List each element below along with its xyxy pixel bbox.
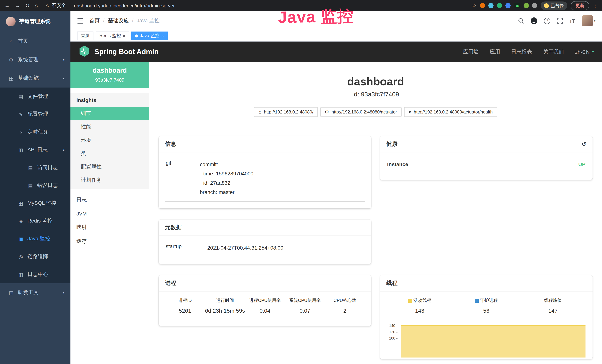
sba-nav-about[interactable]: 关于我们 bbox=[543, 48, 564, 55]
github-icon[interactable] bbox=[531, 17, 537, 24]
breadcrumb-infrastructure[interactable]: 基础设施 bbox=[108, 17, 137, 24]
extension-icon-1[interactable] bbox=[480, 3, 485, 8]
live-threads-area bbox=[401, 325, 585, 357]
daemon-threads-legend-icon bbox=[475, 299, 479, 302]
sba-nav-applications[interactable]: 应用 bbox=[490, 48, 500, 55]
config-icon: ✎ bbox=[18, 111, 24, 117]
sidebar-item-access-logs[interactable]: ▤ 访问日志 bbox=[0, 159, 70, 177]
reload-icon[interactable]: ↻ bbox=[25, 3, 30, 9]
address-bar[interactable]: ⚠ 不安全 | dashboard.yudao.iocoder.cn/infra… bbox=[45, 2, 467, 9]
sidebar-item-log-center[interactable]: ▥ 日志中心 bbox=[0, 266, 70, 283]
trace-icon: ◎ bbox=[18, 254, 24, 259]
git-branch-line: branch: master bbox=[200, 188, 364, 197]
health-url-link[interactable]: ♥ http://192.168.0.2:48080/actuator/heal… bbox=[404, 107, 497, 117]
extension-icon-4[interactable] bbox=[505, 3, 511, 8]
extension-icon-5[interactable] bbox=[524, 3, 529, 8]
chevron-down-icon: ▾ bbox=[63, 58, 64, 62]
sba-item-jvm[interactable]: JVM bbox=[70, 207, 149, 220]
health-card-header: 健康 ↺ bbox=[380, 136, 592, 152]
font-size-icon[interactable]: тT bbox=[570, 18, 575, 24]
health-key: Instance bbox=[387, 161, 408, 167]
health-instance-row[interactable]: Instance UP bbox=[386, 158, 586, 173]
hamburger-icon[interactable] bbox=[77, 18, 83, 23]
instance-header[interactable]: dashboard 93a3fc7f7409 bbox=[70, 62, 149, 88]
sba-item-config-props[interactable]: 配置属性 bbox=[70, 160, 149, 173]
sidebar-item-java-monitor[interactable]: ▣ Java 监控 bbox=[0, 230, 70, 248]
back-icon[interactable]: ← bbox=[4, 3, 10, 9]
sidebar-item-config-management[interactable]: ✎ 配置管理 bbox=[0, 105, 70, 123]
metadata-card: 元数据 startup 2021-04-27T00:44:31.254+08:0… bbox=[159, 220, 371, 264]
extension-icon-2[interactable] bbox=[488, 3, 494, 8]
sba-item-caches[interactable]: 缓存 bbox=[70, 234, 149, 248]
service-url-link[interactable]: ⌂ http://192.168.0.2:48080/ bbox=[254, 107, 318, 117]
sba-item-classes[interactable]: 类 bbox=[70, 147, 149, 160]
breadcrumb-home[interactable]: 首页 bbox=[89, 17, 108, 24]
sidebar-item-system-management[interactable]: ⚙ 系统管理 ▾ bbox=[0, 50, 70, 69]
locale-selector[interactable]: zh-CN ▾ bbox=[575, 49, 594, 55]
search-icon[interactable] bbox=[518, 18, 524, 24]
mysql-icon: ▦ bbox=[18, 201, 24, 206]
close-icon[interactable]: × bbox=[161, 33, 164, 38]
browser-menu-icon[interactable]: ⋮ bbox=[592, 3, 598, 9]
forward-icon[interactable]: → bbox=[15, 3, 20, 9]
close-icon[interactable]: × bbox=[123, 33, 125, 38]
sidebar-item-redis-monitor[interactable]: ◈ Redis 监控 bbox=[0, 212, 70, 230]
tab-java-monitor[interactable]: Java 监控 × bbox=[131, 32, 167, 40]
fullscreen-icon[interactable] bbox=[557, 18, 563, 24]
sba-item-scheduled-tasks[interactable]: 计划任务 bbox=[70, 173, 149, 187]
user-avatar[interactable]: ▾ bbox=[582, 15, 595, 26]
actuator-url-link[interactable]: ⚙ http://192.168.0.2:48080/actuator bbox=[320, 107, 401, 117]
sba-item-mappings[interactable]: 映射 bbox=[70, 220, 149, 234]
history-icon[interactable]: ↺ bbox=[582, 141, 586, 147]
help-icon[interactable]: ? bbox=[544, 18, 550, 24]
sidebar-item-api-logs[interactable]: ▥ API 日志 ▴ bbox=[0, 141, 70, 159]
sba-item-details[interactable]: 细节 bbox=[70, 107, 149, 120]
extension-icon-3[interactable] bbox=[497, 3, 502, 8]
sba-nav-links: 应用墙 应用 日志报表 关于我们 zh-CN ▾ bbox=[463, 48, 594, 55]
paused-badge[interactable]: 已暂停 bbox=[541, 1, 567, 10]
threads-card-body: 活动线程 143 守护进程 bbox=[380, 291, 592, 359]
sidebar-item-label: 基础设施 bbox=[18, 75, 39, 82]
tab-home[interactable]: 首页 bbox=[77, 32, 93, 40]
sba-nav-wallboard[interactable]: 应用墙 bbox=[463, 48, 479, 55]
sidebar-item-mysql-monitor[interactable]: ▦ MySQL 监控 bbox=[0, 194, 70, 212]
git-time-line: time: 1596289704000 bbox=[200, 169, 364, 178]
stat-peak-threads: 线程峰值 147 bbox=[520, 298, 586, 314]
sba-item-logs[interactable]: 日志 bbox=[70, 193, 149, 207]
java-icon: ▣ bbox=[18, 236, 24, 242]
header-actions: ? тT ▾ bbox=[518, 15, 595, 26]
sidebar-item-scheduled-tasks[interactable]: ◔ 定时任务 bbox=[0, 123, 70, 141]
url-text[interactable]: dashboard.yudao.iocoder.cn/infra/admin-s… bbox=[74, 3, 175, 8]
tab-redis-monitor[interactable]: Redis 监控 × bbox=[96, 32, 129, 40]
sidebar-item-home[interactable]: ⌂ 首页 bbox=[0, 32, 70, 50]
stat-process-cpu: 进程CPU使用率 0.04 bbox=[245, 298, 285, 314]
sba-navbar: Spring Boot Admin 应用墙 应用 日志报表 关于我们 zh-CN… bbox=[70, 42, 602, 62]
update-button[interactable]: 更新 bbox=[571, 1, 589, 10]
on-badge-icon[interactable]: on bbox=[514, 3, 520, 8]
sba-item-environment[interactable]: 环境 bbox=[70, 134, 149, 147]
sba-root-items: 日志 JVM 映射 缓存 bbox=[70, 193, 149, 248]
sidebar-item-dev-tools[interactable]: ▧ 研发工具 ▾ bbox=[0, 283, 70, 302]
stat-system-cpu: 系统CPU使用率 0.07 bbox=[285, 298, 325, 314]
app-logo[interactable]: 芋道管理系统 bbox=[0, 11, 70, 32]
sba-logo-icon[interactable] bbox=[79, 45, 90, 58]
sidebar-item-file-management[interactable]: ▤ 文件管理 bbox=[0, 87, 70, 105]
spring-boot-admin: Spring Boot Admin 应用墙 应用 日志报表 关于我们 zh-CN… bbox=[70, 42, 602, 364]
sidebar-item-infrastructure[interactable]: ▦ 基础设施 ▴ bbox=[0, 69, 70, 87]
sidebar-item-label: Redis 监控 bbox=[27, 218, 53, 224]
status-badge: UP bbox=[578, 161, 585, 167]
process-stats: 进程ID 5261 运行时间 6d 23h 15m 59s bbox=[165, 298, 365, 319]
bookmark-star-icon[interactable]: ☆ bbox=[472, 3, 476, 9]
sidebar-item-error-logs[interactable]: ▤ 错误日志 bbox=[0, 177, 70, 194]
info-card: 信息 git commit: time: 1596289704000 id: 2 bbox=[159, 136, 371, 208]
redis-icon: ◈ bbox=[18, 218, 24, 224]
sidebar-item-trace[interactable]: ◎ 链路追踪 bbox=[0, 248, 70, 266]
health-card-body: Instance UP bbox=[380, 152, 592, 180]
security-warning-icon: ⚠ bbox=[45, 3, 49, 8]
sba-item-performance[interactable]: 性能 bbox=[70, 120, 149, 134]
health-card: 健康 ↺ Instance UP bbox=[380, 136, 592, 180]
sba-nav-journal[interactable]: 日志报表 bbox=[511, 48, 532, 55]
browser-home-icon[interactable]: ⌂ bbox=[35, 3, 38, 9]
sba-brand[interactable]: Spring Boot Admin bbox=[95, 48, 159, 56]
extension-icon-6[interactable] bbox=[532, 3, 537, 8]
